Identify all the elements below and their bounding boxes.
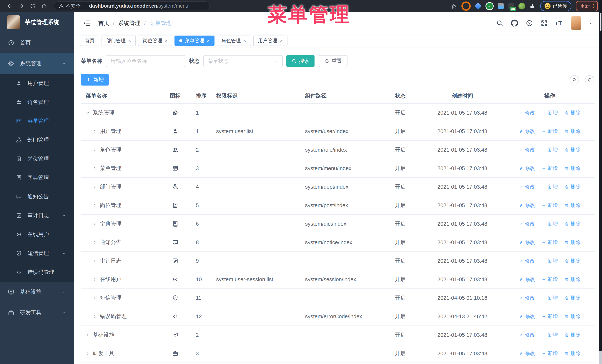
delete-link[interactable]: 删除 bbox=[564, 165, 580, 172]
help-icon[interactable] bbox=[526, 20, 533, 27]
toggle-search-button[interactable] bbox=[570, 75, 579, 84]
expand-arrow-icon[interactable] bbox=[93, 185, 97, 189]
sidebar-item-infra[interactable]: 基础设施 bbox=[0, 282, 74, 302]
delete-link[interactable]: 删除 bbox=[564, 220, 580, 227]
expand-arrow-icon[interactable] bbox=[93, 222, 97, 226]
sidebar-item-auditlog[interactable]: 审计日志 bbox=[0, 206, 74, 225]
edit-link[interactable]: 修改 bbox=[519, 202, 535, 209]
sidebar-item-menu[interactable]: 菜单管理 bbox=[0, 112, 74, 131]
edit-link[interactable]: 修改 bbox=[519, 146, 535, 153]
refresh-table-button[interactable] bbox=[585, 75, 594, 84]
edit-link[interactable]: 修改 bbox=[519, 295, 535, 301]
expand-arrow-icon[interactable] bbox=[93, 259, 97, 263]
add-link[interactable]: 新增 bbox=[542, 295, 558, 301]
sidebar-item-online[interactable]: 在线用户 bbox=[0, 225, 74, 244]
delete-link[interactable]: 删除 bbox=[564, 202, 580, 209]
sidebar-item-user[interactable]: 用户管理 bbox=[0, 74, 74, 93]
close-tab-icon[interactable]: × bbox=[243, 38, 246, 43]
edit-link[interactable]: 修改 bbox=[519, 220, 535, 227]
paused-extension-badge[interactable]: 已暂停 bbox=[540, 1, 571, 11]
add-link[interactable]: 新增 bbox=[542, 165, 558, 172]
edit-link[interactable]: 修改 bbox=[519, 350, 535, 357]
edit-link[interactable]: 修改 bbox=[519, 276, 535, 283]
breadcrumb-item[interactable]: 系统管理 bbox=[118, 20, 140, 27]
close-tab-icon[interactable]: × bbox=[128, 38, 131, 43]
edit-link[interactable]: 修改 bbox=[519, 165, 535, 172]
search-button[interactable]: 搜索 bbox=[286, 55, 314, 67]
sidebar-item-notice[interactable]: 通知公告 bbox=[0, 187, 74, 206]
security-chip[interactable]: 不安全 bbox=[59, 3, 81, 10]
expand-arrow-icon[interactable] bbox=[93, 129, 97, 134]
menu-name-input[interactable] bbox=[110, 58, 181, 64]
delete-link[interactable]: 删除 bbox=[564, 146, 580, 153]
add-link[interactable]: 新增 bbox=[542, 258, 558, 264]
delete-link[interactable]: 删除 bbox=[564, 109, 580, 116]
breadcrumb-item[interactable]: 首页 bbox=[98, 20, 109, 27]
add-link[interactable]: 新增 bbox=[542, 220, 558, 227]
sidebar-item-role[interactable]: 角色管理 bbox=[0, 93, 74, 112]
search-icon[interactable] bbox=[496, 20, 504, 27]
expand-arrow-icon[interactable] bbox=[93, 203, 97, 208]
edit-link[interactable]: 修改 bbox=[519, 258, 535, 264]
fullscreen-icon[interactable] bbox=[540, 20, 548, 27]
tab-dept[interactable]: 部门管理× bbox=[101, 36, 136, 46]
sidebar-item-system[interactable]: 系统管理 bbox=[0, 53, 74, 74]
add-link[interactable]: 新增 bbox=[542, 350, 558, 357]
add-link[interactable]: 新增 bbox=[542, 184, 558, 190]
add-link[interactable]: 新增 bbox=[542, 239, 558, 246]
expand-arrow-icon[interactable] bbox=[86, 333, 90, 337]
edit-link[interactable]: 修改 bbox=[519, 184, 535, 190]
close-tab-icon[interactable]: × bbox=[165, 38, 167, 43]
delete-link[interactable]: 删除 bbox=[564, 128, 580, 135]
delete-link[interactable]: 删除 bbox=[564, 184, 580, 190]
sidebar-item-home[interactable]: 首页 bbox=[0, 32, 74, 53]
expand-arrow-icon[interactable] bbox=[93, 166, 97, 170]
delete-link[interactable]: 删除 bbox=[564, 295, 580, 301]
sidebar-item-post[interactable]: 岗位管理 bbox=[0, 149, 74, 168]
browser-home-button[interactable] bbox=[41, 3, 47, 9]
puzzle-white-extension-icon[interactable] bbox=[529, 3, 536, 10]
user-menu-caret-icon[interactable] bbox=[588, 20, 593, 26]
expand-arrow-icon[interactable] bbox=[86, 351, 90, 356]
kebab-menu-icon[interactable] bbox=[593, 4, 594, 8]
orange-circle-extension-icon[interactable] bbox=[462, 1, 471, 11]
sidebar-item-dept[interactable]: 部门管理 bbox=[0, 131, 74, 149]
reset-button[interactable]: 重置 bbox=[319, 55, 347, 67]
dark-on-extension-icon[interactable]: on bbox=[508, 3, 514, 9]
add-link[interactable]: 新增 bbox=[542, 128, 558, 135]
delete-link[interactable]: 删除 bbox=[564, 332, 580, 338]
add-link[interactable]: 新增 bbox=[542, 109, 558, 116]
green-monkey-extension-icon[interactable] bbox=[518, 3, 525, 10]
blue-gem-extension-icon[interactable] bbox=[474, 2, 482, 10]
expand-arrow-icon[interactable] bbox=[93, 296, 97, 300]
edit-link[interactable]: 修改 bbox=[519, 128, 535, 135]
tab-menu[interactable]: 菜单管理× bbox=[174, 36, 214, 46]
grid-blue-extension-icon[interactable] bbox=[498, 3, 504, 9]
expand-arrow-icon[interactable] bbox=[93, 277, 97, 282]
green-check-extension-icon[interactable]: ✓ bbox=[485, 2, 494, 10]
tab-post[interactable]: 岗位管理× bbox=[138, 36, 172, 46]
add-link[interactable]: 新增 bbox=[542, 276, 558, 283]
add-link[interactable]: 新增 bbox=[542, 332, 558, 338]
browser-reload-button[interactable] bbox=[30, 3, 36, 9]
delete-link[interactable]: 删除 bbox=[564, 350, 580, 357]
browser-back-button[interactable] bbox=[7, 3, 13, 9]
update-browser-button[interactable]: 更新 bbox=[576, 1, 598, 11]
tab-home[interactable]: 首页 bbox=[80, 36, 99, 46]
edit-link[interactable]: 修改 bbox=[519, 109, 535, 116]
collapse-sidebar-icon[interactable] bbox=[83, 19, 91, 27]
edit-link[interactable]: 修改 bbox=[519, 332, 535, 338]
sidebar-item-dict[interactable]: 字典管理 bbox=[0, 168, 74, 187]
expand-arrow-icon[interactable] bbox=[86, 111, 90, 115]
delete-link[interactable]: 删除 bbox=[564, 239, 580, 246]
tab-user[interactable]: 用户管理× bbox=[253, 36, 288, 46]
scrollbar-thumb[interactable] bbox=[600, 13, 602, 31]
sidebar-logo[interactable]: 芋道管理系统 bbox=[0, 12, 74, 32]
sidebar-item-tools[interactable]: 研发工具 bbox=[0, 302, 74, 323]
sidebar-item-sms[interactable]: 短信管理 bbox=[0, 244, 74, 263]
font-size-icon[interactable] bbox=[555, 19, 564, 27]
add-button[interactable]: 新增 bbox=[81, 74, 109, 85]
delete-link[interactable]: 删除 bbox=[564, 276, 580, 283]
status-select[interactable]: 菜单状态 bbox=[203, 55, 283, 67]
add-link[interactable]: 新增 bbox=[542, 202, 558, 209]
